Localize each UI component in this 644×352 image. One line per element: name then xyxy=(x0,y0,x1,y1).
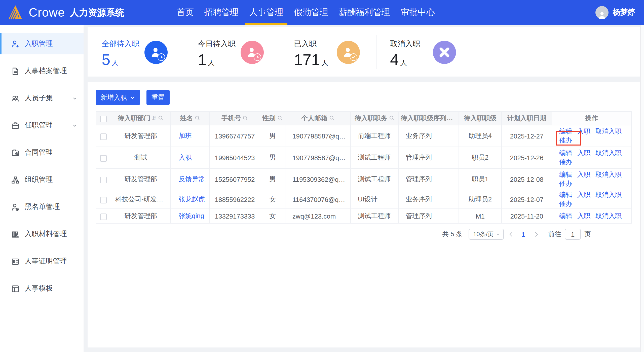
sidebar-item-label: 任职管理 xyxy=(25,121,53,130)
sidebar-item-label: 人事模板 xyxy=(25,284,53,293)
user-menu[interactable]: 杨梦婷 xyxy=(595,0,635,25)
nav-approval-center[interactable]: 审批中心 xyxy=(401,0,435,25)
urge-link[interactable]: 催办 xyxy=(559,179,572,188)
cell-level: 职员1 xyxy=(459,168,502,190)
row-checkbox[interactable] xyxy=(100,133,107,140)
row-checkbox[interactable] xyxy=(100,177,107,183)
search-icon[interactable] xyxy=(454,115,459,121)
scrollbar-track[interactable] xyxy=(640,25,644,352)
onboard-link[interactable]: 入职 xyxy=(577,127,590,136)
row-checkbox[interactable] xyxy=(100,213,107,220)
cancel-onboarding-link[interactable]: 取消入职 xyxy=(595,149,622,158)
nav-hr-management[interactable]: 人事管理 xyxy=(249,0,283,25)
cell-select xyxy=(96,147,111,168)
search-icon[interactable] xyxy=(158,115,164,121)
sidebar-item-organization[interactable]: 组织管理 xyxy=(0,169,84,190)
cell-job: 测试工程师 xyxy=(351,168,398,190)
select-all-checkbox[interactable] xyxy=(100,116,107,122)
employee-name-link[interactable]: 加班 xyxy=(179,132,192,139)
urge-link[interactable]: 催办 xyxy=(559,136,572,145)
cell-email: 1907798587@qq.com xyxy=(285,147,351,168)
employee-name-link[interactable]: 张婉qing xyxy=(179,212,204,220)
brand-name: Crowe xyxy=(29,5,65,19)
onboard-link[interactable]: 入职 xyxy=(577,212,590,221)
onboard-link[interactable]: 入职 xyxy=(577,170,590,179)
sidebar-item-blacklist[interactable]: 黑名单管理 xyxy=(0,196,84,218)
cancel-onboarding-link[interactable]: 取消入职 xyxy=(595,127,622,136)
prev-page-button[interactable] xyxy=(504,231,518,237)
employee-name-link[interactable]: 反馈异常 xyxy=(179,175,205,183)
sidebar-item-label: 组织管理 xyxy=(25,175,53,184)
sort-icon[interactable]: ⇵ xyxy=(152,115,157,122)
stat-unit: 人 xyxy=(400,58,407,67)
cell-sex: 女 xyxy=(260,190,285,209)
sidebar-item-personnel-files[interactable]: 人事档案管理 xyxy=(0,60,84,82)
cell-dept: 研发管理部 xyxy=(111,209,170,223)
column-email: 个人邮箱 xyxy=(285,112,351,125)
stat-card-all-pending[interactable]: 全部待入职 5 人 xyxy=(88,27,184,77)
goto-page-input[interactable] xyxy=(565,229,581,240)
onboard-link[interactable]: 入职 xyxy=(577,149,590,158)
cell-select xyxy=(96,190,111,209)
edit-link[interactable]: 编辑 xyxy=(559,127,572,136)
edit-link[interactable]: 编辑 xyxy=(559,149,572,158)
page-size-select[interactable]: 10条/页 xyxy=(469,229,504,240)
sidebar-item-contract-management[interactable]: 合同管理 xyxy=(0,142,84,163)
edit-link[interactable]: 编辑 xyxy=(559,190,572,199)
sidebar-item-onboarding[interactable]: 入职管理 xyxy=(0,33,84,54)
sidebar-item-label: 入职材料管理 xyxy=(25,230,67,239)
cell-job: 测试工程师 xyxy=(351,147,398,168)
column-label: 待入职职级序列 xyxy=(401,114,453,122)
onboard-link[interactable]: 入职 xyxy=(577,190,590,199)
row-checkbox[interactable] xyxy=(100,197,107,203)
org-chart-icon xyxy=(11,175,20,184)
cancel-onboarding-link[interactable]: 取消入职 xyxy=(595,190,622,199)
employee-name-link[interactable]: 入职 xyxy=(179,154,192,161)
cancel-onboarding-link[interactable]: 取消入职 xyxy=(595,212,622,221)
nav-home[interactable]: 首页 xyxy=(177,0,194,25)
cell-level: M1 xyxy=(459,209,502,223)
column-sex: 性别 xyxy=(260,112,285,125)
nav-payroll-benefits[interactable]: 薪酬福利管理 xyxy=(339,0,390,25)
books-icon xyxy=(11,230,20,238)
column-dept: 待入职部门⇵ xyxy=(111,112,170,125)
employee-name-link[interactable]: 张龙赵虎 xyxy=(179,195,205,203)
stat-card-cancelled[interactable]: 取消入职 4 人 xyxy=(376,27,472,77)
table-row: 研发管理部 反馈异常 15256077952 男 1195309362@qq.c… xyxy=(96,168,631,190)
urge-link[interactable]: 催办 xyxy=(559,158,572,167)
reset-button[interactable]: 重置 xyxy=(146,90,170,105)
avatar xyxy=(595,6,609,19)
sidebar-item-position-management[interactable]: 任职管理 xyxy=(0,115,84,136)
cell-level: 助理员2 xyxy=(459,190,502,209)
next-page-button[interactable] xyxy=(529,231,543,237)
urge-link[interactable]: 催办 xyxy=(559,199,572,208)
search-icon[interactable] xyxy=(243,115,248,121)
nav-attendance[interactable]: 假勤管理 xyxy=(294,0,328,25)
cell-date: 2025-11-20 xyxy=(502,209,552,223)
search-icon[interactable] xyxy=(277,115,283,121)
sidebar-item-personnel-subset[interactable]: 人员子集 xyxy=(0,88,84,109)
table-row: 研发管理部 张婉qing 13329173333 女 zwq@123.com 测… xyxy=(96,209,631,223)
stat-card-today-pending[interactable]: 今日待入职 1 人 xyxy=(184,27,280,77)
cell-phone: 13966747757 xyxy=(210,125,260,147)
cell-series: 管理序列 xyxy=(398,168,459,190)
edit-link[interactable]: 编辑 xyxy=(559,212,572,221)
search-icon[interactable] xyxy=(329,115,334,121)
column-name: 姓名 xyxy=(170,112,210,125)
add-onboarding-button[interactable]: 新增入职 xyxy=(96,90,140,105)
cell-date: 2025-12-07 xyxy=(502,190,552,209)
nav-recruiting[interactable]: 招聘管理 xyxy=(204,0,239,25)
search-icon[interactable] xyxy=(195,115,200,121)
sidebar-item-hr-certificates[interactable]: 人事证明管理 xyxy=(0,251,84,272)
sidebar-item-hr-templates[interactable]: 人事模板 xyxy=(0,278,84,299)
page-number-1[interactable]: 1 xyxy=(518,230,529,238)
stat-card-onboarded[interactable]: 已入职 171 人 xyxy=(280,27,376,77)
row-checkbox[interactable] xyxy=(100,155,107,161)
cancel-onboarding-link[interactable]: 取消入职 xyxy=(595,170,622,179)
search-icon[interactable] xyxy=(389,115,394,121)
sidebar-item-onboarding-materials[interactable]: 入职材料管理 xyxy=(0,224,84,245)
crowe-logo-icon xyxy=(8,5,24,20)
cell-job: UI设计 xyxy=(351,190,398,209)
edit-link[interactable]: 编辑 xyxy=(559,170,572,179)
user-check-icon xyxy=(337,41,360,64)
